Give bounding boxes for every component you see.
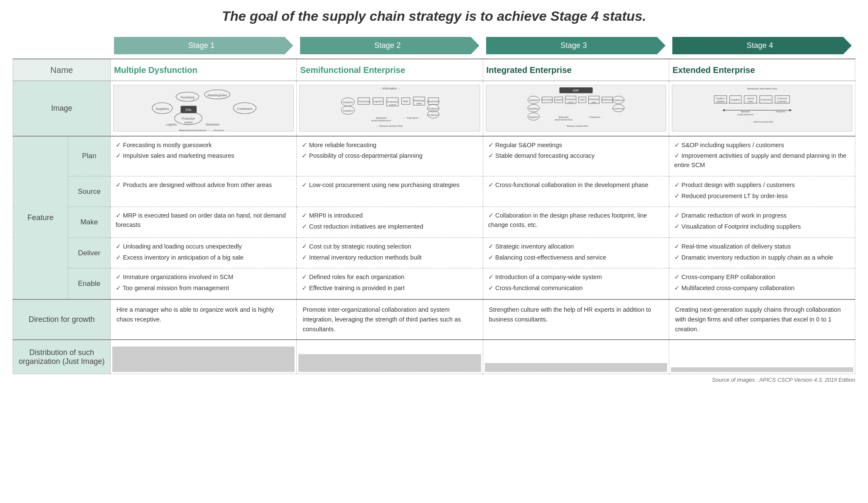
- svg-text:sales: sales: [591, 101, 596, 103]
- image-stage1: Suppliers Purchasing Marketing/sales Cus…: [111, 81, 297, 136]
- dist-stage2: [297, 340, 483, 374]
- svg-text:Marketing/: Marketing/: [589, 99, 598, 101]
- plan-stage3-item1: Regular S&OP meetings: [488, 141, 664, 150]
- source-stage1-list: Products are designed without advice fro…: [116, 181, 291, 190]
- svg-text:Materials/: Materials/: [741, 111, 750, 113]
- enable-stage2: Defined roles for each organization Effe…: [297, 268, 483, 299]
- dist-stage1: [111, 340, 297, 374]
- make-stage2-list: MRPII is introduced Cost reduction initi…: [302, 211, 477, 232]
- svg-text:Suppliers: Suppliers: [156, 107, 169, 111]
- deliver-label: Deliver: [68, 238, 111, 268]
- enable-stage3-item1: Introduction of a company-wide system: [488, 273, 664, 282]
- plan-stage4: S&OP including suppliers / customers Imp…: [669, 136, 855, 176]
- enable-stage3-list: Introduction of a company-wide system Cr…: [488, 273, 664, 293]
- image-stage3: ERP Suppliers Suppliers Suppliers Purcha…: [483, 81, 669, 136]
- svg-text:Suppliers: Suppliers: [716, 98, 725, 100]
- deliver-stage1: Unloading and loading occurs unexpectedl…: [111, 238, 297, 268]
- feature-enable-row: Enable Immature organizations involved i…: [13, 268, 855, 299]
- svg-text:← Payments →: ← Payments →: [773, 111, 788, 113]
- svg-text:← Information →: ← Information →: [378, 87, 401, 90]
- stage4-cell: Stage 4: [672, 37, 851, 54]
- deliver-stage3-list: Strategic inventory allocation Balancing…: [488, 242, 664, 263]
- svg-text:Purchasing: Purchasing: [541, 99, 552, 101]
- make-stage1-item1: MRP is executed based on order data on h…: [116, 211, 291, 230]
- dist-bar-3: [485, 363, 667, 372]
- svg-text:Production: Production: [565, 99, 576, 101]
- svg-text:Materials/: Materials/: [376, 117, 387, 119]
- deliver-stage1-item2: Excess inventory in anticipation of a bi…: [116, 253, 291, 263]
- name-stage4-text: Extended Enterprise: [673, 65, 755, 75]
- svg-text:Suppliers: Suppliers: [343, 109, 353, 112]
- make-label: Make: [68, 207, 111, 238]
- diagram-stage2-svg: ← Information → Suppliers Suppliers Purc…: [300, 85, 479, 131]
- svg-text:suppliers: suppliers: [716, 101, 725, 103]
- dist-bar-container-2: [298, 342, 481, 372]
- plan-stage1-item2: Impulsive sales and marketing measures: [116, 151, 291, 161]
- name-stage3: Integrated Enterprise: [483, 59, 669, 81]
- svg-text:Networked information flow: Networked information flow: [747, 87, 777, 90]
- source-stage4-list: Product design with suppliers / customer…: [674, 181, 850, 201]
- make-stage2: MRPII is introduced Cost reduction initi…: [297, 207, 483, 238]
- plan-stage1: Forecasting is mostly guesswork Impulsiv…: [111, 136, 297, 176]
- distribution-label: Distribution of such organization (Just …: [13, 340, 111, 374]
- svg-text:Customers: Customers: [760, 99, 771, 101]
- enable-stage2-item2: Effective training is provided in part: [302, 284, 477, 293]
- enable-stage2-list: Defined roles for each organization Effe…: [302, 273, 477, 293]
- plan-stage2-list: More reliable forecasting Possibility of…: [302, 141, 477, 161]
- name-stage1-text: Multiple Dysfunction: [114, 65, 198, 75]
- svg-text:R&D: R&D: [580, 99, 584, 101]
- source-note: Source of images : APICS CSCP Version 4.…: [13, 377, 855, 383]
- name-stage1: Multiple Dysfunction: [111, 59, 297, 81]
- page-title: The goal of the supply chain strategy is…: [13, 8, 855, 24]
- svg-text:ERP: ERP: [573, 89, 579, 92]
- svg-text:Internal: Internal: [747, 98, 754, 100]
- svg-text:Materials/: Materials/: [558, 116, 568, 118]
- svg-text:Distribution: Distribution: [427, 101, 440, 103]
- enable-stage4-item2: Multifaceted cross-company collaboration: [674, 284, 850, 293]
- direction-stage4: Creating next-generation supply chains t…: [669, 299, 855, 340]
- main-table: Stage 1 Stage 2 Stage 3 Stage 4 Name Mul…: [13, 33, 855, 374]
- diagram-stage1-svg: Suppliers Purchasing Marketing/sales Cus…: [114, 85, 293, 131]
- enable-stage1-item2: Too general mission from management: [116, 284, 291, 293]
- enable-stage4-item1: Cross-company ERP collaboration: [674, 273, 850, 282]
- make-stage4-item1: Dramatic reduction of work in progress: [674, 211, 850, 221]
- direction-stage3: Strengthen culture with the help of HR e…: [483, 299, 669, 340]
- source-stage3-list: Cross-functional collaboration in the de…: [488, 181, 664, 190]
- svg-text:Suppliers: Suppliers: [529, 116, 538, 118]
- stage2-cell: Stage 2: [300, 37, 479, 54]
- svg-text:Customers: Customers: [237, 107, 253, 111]
- plan-stage2-item2: Possibility of cross-departmental planni…: [302, 151, 477, 161]
- stage3-cell: Stage 3: [486, 37, 665, 54]
- make-stage4-item2: Visualization of Footprint including sup…: [674, 222, 850, 232]
- feature-make-row: Make MRP is executed based on order data…: [13, 207, 855, 238]
- enable-stage1-list: Immature organizations involved in SCM T…: [116, 273, 291, 293]
- image-stage4: Networked information flow Suppliers sup…: [669, 81, 855, 136]
- enable-stage3-item2: Cross-functional communication: [488, 284, 664, 293]
- svg-text:Production: Production: [182, 117, 195, 120]
- svg-text:Customers: Customers: [427, 114, 439, 116]
- plan-stage2-item1: More reliable forecasting: [302, 141, 477, 150]
- svg-text:R&D: R&D: [403, 101, 408, 103]
- svg-text:Logistics: Logistics: [166, 123, 177, 126]
- svg-text:control: control: [389, 103, 396, 106]
- deliver-stage3-item1: Strategic inventory allocation: [488, 242, 664, 252]
- feature-label: Feature: [13, 136, 68, 299]
- header-empty: [13, 33, 111, 59]
- plan-stage1-item1: Forecasting is mostly guesswork: [116, 141, 291, 150]
- name-label: Name: [13, 59, 111, 81]
- svg-text:chain: chain: [748, 101, 753, 103]
- svg-text:Materials/products/services →: Materials/products/services →: [179, 129, 209, 131]
- source-stage1: Products are designed without advice fro…: [111, 176, 297, 207]
- source-stage1-item1: Products are designed without advice fro…: [116, 181, 291, 190]
- deliver-stage4: Real-time visualization of delivery stat…: [669, 238, 855, 268]
- plan-stage4-item1: S&OP including suppliers / customers: [674, 141, 850, 150]
- dist-stage3: [483, 340, 669, 374]
- enable-stage2-item1: Defined roles for each organization: [302, 273, 477, 282]
- svg-text:customers: customers: [777, 101, 787, 103]
- deliver-stage3: Strategic inventory allocation Balancing…: [483, 238, 669, 268]
- diagram-stage2: ← Information → Suppliers Suppliers Purc…: [299, 85, 480, 131]
- svg-text:← Payments →: ← Payments →: [404, 117, 421, 119]
- svg-text:Logistics: Logistics: [373, 101, 383, 103]
- svg-text:sales: sales: [417, 102, 422, 105]
- deliver-stage2-item2: Internal inventory reduction methods bui…: [302, 253, 477, 263]
